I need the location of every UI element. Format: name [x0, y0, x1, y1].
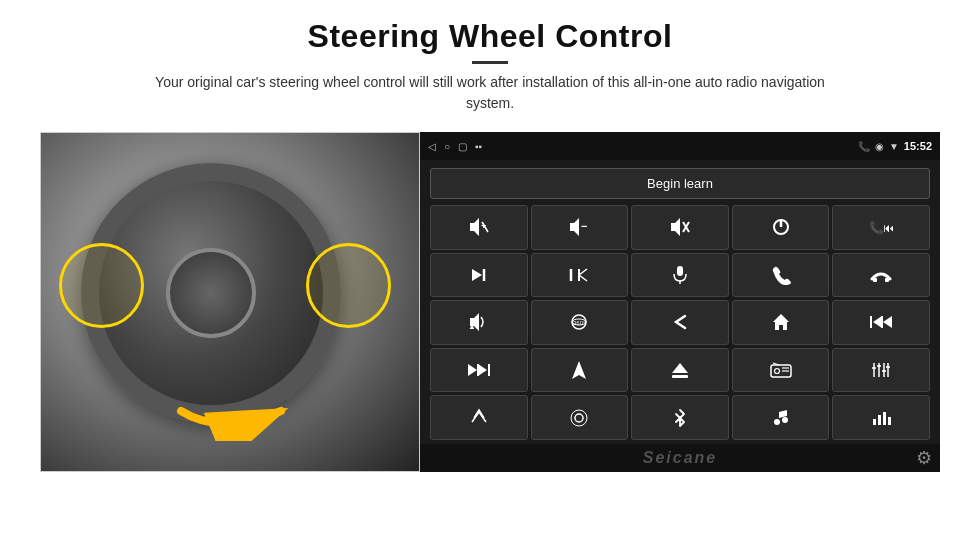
- svg-point-55: [571, 410, 587, 426]
- svg-point-42: [774, 369, 779, 374]
- svg-point-56: [774, 419, 780, 425]
- svg-rect-50: [872, 367, 876, 369]
- home-button[interactable]: [732, 300, 830, 345]
- svg-marker-37: [468, 364, 477, 376]
- svg-marker-29: [773, 314, 789, 330]
- svg-rect-40: [672, 375, 688, 378]
- home-nav-icon[interactable]: ○: [444, 141, 450, 152]
- controls-grid: + − 📞⏮: [420, 203, 940, 444]
- svg-point-54: [575, 414, 583, 422]
- svg-rect-59: [878, 415, 881, 425]
- svg-rect-51: [877, 365, 881, 367]
- sw-inner-ring: [166, 248, 256, 338]
- svg-text:360°: 360°: [573, 320, 586, 326]
- svg-rect-61: [888, 417, 891, 425]
- svg-marker-39: [672, 363, 688, 373]
- mute-button[interactable]: [631, 205, 729, 250]
- prev-prev-button[interactable]: [832, 300, 930, 345]
- voice-button[interactable]: [430, 395, 528, 440]
- radio-button[interactable]: [732, 348, 830, 393]
- content-row: ◁ ○ ▢ ▪▪ 📞 ◉ ▼ 15:52 Begin learn: [40, 132, 940, 472]
- page-title: Steering Wheel Control: [140, 18, 840, 55]
- svg-point-57: [782, 417, 788, 423]
- eject-button[interactable]: [631, 348, 729, 393]
- svg-text:📞: 📞: [869, 220, 884, 235]
- svg-marker-31: [873, 316, 882, 328]
- arrow-container: [171, 381, 301, 441]
- seicane-watermark: Seicane: [643, 449, 717, 467]
- location-icon: ◉: [875, 141, 884, 152]
- left-button-circle: [59, 243, 144, 328]
- svg-text:−: −: [581, 220, 587, 232]
- wifi-icon: ▼: [889, 141, 899, 152]
- nav-button[interactable]: [531, 348, 629, 393]
- svg-rect-58: [873, 419, 876, 425]
- svg-text:+: +: [481, 221, 486, 231]
- status-bar: ◁ ○ ▢ ▪▪ 📞 ◉ ▼ 15:52: [420, 132, 940, 160]
- svg-marker-33: [883, 316, 892, 328]
- equalizer-button[interactable]: [832, 348, 930, 393]
- bottom-bar: Seicane ⚙: [420, 444, 940, 472]
- svg-marker-7: [671, 218, 680, 236]
- mic-button[interactable]: [631, 253, 729, 298]
- steering-wheel-image: [40, 132, 420, 472]
- clock: 15:52: [904, 140, 932, 152]
- phone-icon: 📞: [858, 141, 870, 152]
- bluetooth-button[interactable]: [631, 395, 729, 440]
- gear-icon[interactable]: ⚙: [916, 447, 932, 469]
- 360-view-button[interactable]: 360°: [531, 300, 629, 345]
- title-section: Steering Wheel Control Your original car…: [140, 18, 840, 126]
- svg-rect-22: [873, 278, 877, 282]
- power-button[interactable]: [732, 205, 830, 250]
- music-button[interactable]: [732, 395, 830, 440]
- svg-text:▲: ▲: [468, 322, 476, 331]
- begin-learn-button[interactable]: Begin learn: [430, 168, 930, 199]
- svg-line-17: [579, 269, 587, 275]
- svg-marker-1: [470, 218, 479, 236]
- recents-nav-icon[interactable]: ▢: [458, 141, 467, 152]
- svg-rect-20: [677, 266, 683, 276]
- direction-arrow: [171, 381, 301, 441]
- hang-up-button[interactable]: [832, 253, 930, 298]
- speaker-button[interactable]: ▲: [430, 300, 528, 345]
- status-bar-right: 📞 ◉ ▼ 15:52: [858, 140, 932, 152]
- prev-skip-button[interactable]: [531, 253, 629, 298]
- vol-up-button[interactable]: +: [430, 205, 528, 250]
- back-button[interactable]: [631, 300, 729, 345]
- svg-rect-60: [883, 412, 886, 425]
- svg-rect-53: [886, 366, 890, 368]
- bars-button[interactable]: [832, 395, 930, 440]
- page-subtitle: Your original car's steering wheel contr…: [140, 72, 840, 114]
- signal-icon: ▪▪: [475, 141, 482, 152]
- svg-text:⏮: ⏮: [883, 221, 893, 235]
- right-button-circle: [306, 243, 391, 328]
- call-prev-button[interactable]: 📞⏮: [832, 205, 930, 250]
- status-bar-left: ◁ ○ ▢ ▪▪: [428, 141, 482, 152]
- back-nav-icon[interactable]: ◁: [428, 141, 436, 152]
- svg-marker-14: [472, 269, 482, 281]
- vol-down-button[interactable]: −: [531, 205, 629, 250]
- android-screen: ◁ ○ ▢ ▪▪ 📞 ◉ ▼ 15:52 Begin learn: [420, 132, 940, 472]
- page-container: Steering Wheel Control Your original car…: [0, 0, 980, 548]
- begin-learn-row: Begin learn: [420, 160, 940, 203]
- settings2-button[interactable]: [531, 395, 629, 440]
- svg-marker-35: [478, 364, 487, 376]
- next-track-button[interactable]: [430, 253, 528, 298]
- svg-marker-5: [570, 218, 579, 236]
- fast-forward-button[interactable]: [430, 348, 528, 393]
- title-divider: [472, 61, 508, 64]
- svg-marker-38: [572, 361, 586, 379]
- svg-line-18: [579, 275, 587, 281]
- svg-rect-23: [885, 278, 889, 282]
- call-button[interactable]: [732, 253, 830, 298]
- svg-rect-52: [882, 370, 886, 372]
